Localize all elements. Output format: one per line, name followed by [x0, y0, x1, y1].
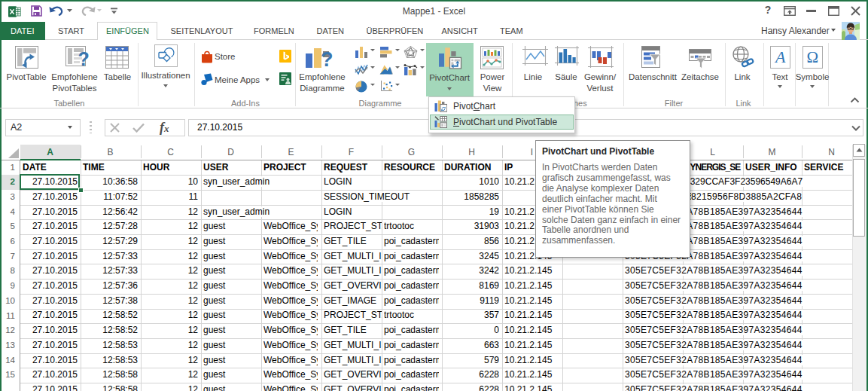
svg-text:?: ? [78, 48, 90, 69]
svg-text:Ω: Ω [807, 48, 819, 66]
svg-text:A: A [774, 47, 786, 66]
svg-text:?: ? [321, 48, 333, 68]
